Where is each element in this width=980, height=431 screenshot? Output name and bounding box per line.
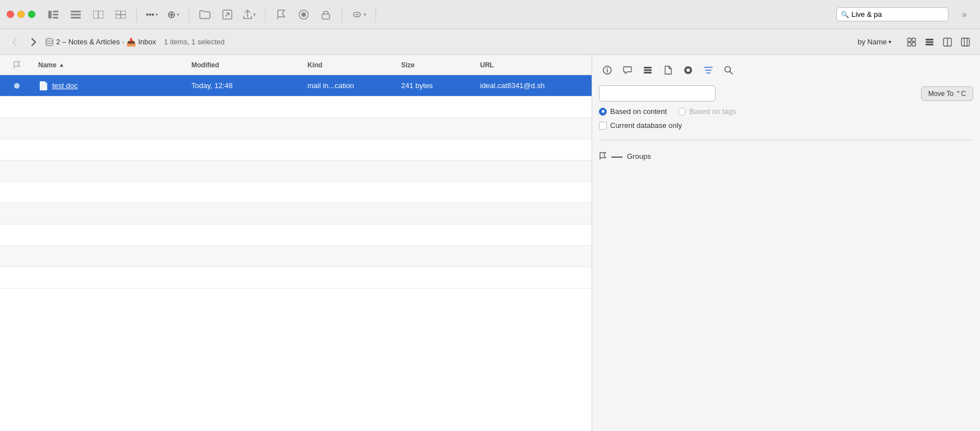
col-modified-label: Modified xyxy=(191,61,219,69)
column-headers: Name ▲ Modified Kind Size URL xyxy=(0,55,592,75)
circle-button[interactable] xyxy=(680,62,697,79)
split-view-button[interactable] xyxy=(940,34,955,50)
separator-5 xyxy=(375,7,376,22)
add-icon: ⊕ xyxy=(167,8,176,21)
svg-rect-32 xyxy=(644,67,652,68)
col-size-label: Size xyxy=(401,61,415,69)
file-list: 📄 test doc Today, 12:48 mail in...cation… xyxy=(0,75,592,431)
svg-rect-2 xyxy=(53,13,58,15)
row-size: 241 bytes xyxy=(397,81,476,90)
file-pane: Name ▲ Modified Kind Size URL xyxy=(0,55,592,431)
share-chevron-icon: ▾ xyxy=(253,12,256,17)
minimize-button[interactable] xyxy=(17,11,25,18)
empty-row xyxy=(0,161,592,182)
breadcrumb-inbox[interactable]: 📥 Inbox xyxy=(126,38,156,47)
info-button[interactable] xyxy=(599,62,616,79)
file-row[interactable]: 📄 test doc Today, 12:48 mail in...cation… xyxy=(0,75,592,97)
svg-point-36 xyxy=(686,68,690,72)
search-input[interactable] xyxy=(599,85,716,102)
col-header-kind[interactable]: Kind xyxy=(303,61,397,69)
filter-lines-button[interactable] xyxy=(700,62,717,79)
list-button[interactable] xyxy=(639,62,656,79)
svg-rect-0 xyxy=(48,11,52,19)
svg-rect-22 xyxy=(926,41,933,43)
unread-indicator xyxy=(14,83,20,89)
search-button[interactable] xyxy=(720,62,737,79)
search-panel: 🔍 Move To ⌃C Based on content Based on t… xyxy=(599,85,973,424)
traffic-lights xyxy=(7,11,35,18)
separator-4 xyxy=(342,7,342,22)
current-db-only-checkbox[interactable]: Current database only xyxy=(599,121,973,130)
sort-label: by Name xyxy=(858,38,887,46)
folder-button[interactable] xyxy=(196,6,214,24)
move-to-button[interactable]: Move To ⌃C xyxy=(921,86,973,101)
col-name-label: Name xyxy=(38,61,57,69)
sidebar-toggle-button[interactable] xyxy=(44,6,62,24)
flag-button[interactable] xyxy=(272,6,290,24)
database-name: 2 – Notes & Articles xyxy=(56,38,120,46)
sort-button[interactable]: by Name ▾ xyxy=(853,36,896,48)
empty-row xyxy=(0,224,592,246)
col-header-name[interactable]: Name ▲ xyxy=(34,61,187,69)
live-search-input[interactable] xyxy=(836,7,949,21)
groups-dash-icon: — xyxy=(611,150,622,162)
database-layers-icon xyxy=(45,38,54,47)
doc-button[interactable] xyxy=(660,62,676,79)
right-panel: 🔍 Move To ⌃C Based on content Based on t… xyxy=(592,55,980,431)
breadcrumb: 2 – Notes & Articles › 📥 Inbox xyxy=(45,38,156,47)
svg-rect-17 xyxy=(908,38,911,42)
svg-rect-33 xyxy=(644,70,652,71)
add-button[interactable]: ⊕ ▾ xyxy=(165,6,182,24)
icon-view-button[interactable] xyxy=(904,34,919,50)
lock-button[interactable] xyxy=(317,6,335,24)
annotation-button[interactable] xyxy=(619,62,636,79)
view-list-button[interactable] xyxy=(67,6,85,24)
view-buttons xyxy=(904,34,973,50)
view-split-button[interactable] xyxy=(89,6,107,24)
row-kind: mail in...cation xyxy=(303,81,397,90)
row-flag xyxy=(0,83,34,89)
list-view-button[interactable] xyxy=(922,34,937,50)
svg-rect-20 xyxy=(912,43,915,46)
right-toolbar xyxy=(599,62,973,79)
titlebar: ••• ▾ ⊕ ▾ ▾ xyxy=(0,0,980,29)
expand-sidebar-button[interactable]: » xyxy=(955,6,973,24)
svg-rect-4 xyxy=(71,11,81,12)
link-out-button[interactable] xyxy=(218,6,236,24)
share-button[interactable]: ▾ xyxy=(241,6,258,24)
empty-row xyxy=(0,118,592,139)
svg-rect-26 xyxy=(961,38,969,46)
svg-rect-34 xyxy=(644,72,652,74)
maximize-button[interactable] xyxy=(28,11,35,18)
svg-rect-18 xyxy=(912,38,915,42)
svg-point-16 xyxy=(46,38,53,41)
file-icon: 📄 xyxy=(38,81,49,91)
more-button[interactable]: ••• ▾ xyxy=(144,6,161,24)
empty-row xyxy=(0,97,592,118)
svg-rect-1 xyxy=(53,11,58,12)
forward-button[interactable] xyxy=(26,34,42,50)
sort-chevron-icon: ▾ xyxy=(889,39,891,45)
radio-based-on-tags[interactable]: Based on tags xyxy=(678,107,736,116)
groups-section: — Groups xyxy=(599,150,973,162)
row-url: ideal.cat8341@d.sh xyxy=(475,81,592,90)
live-search-container: 🔍 xyxy=(383,7,949,21)
link-chevron-icon: ▾ xyxy=(364,12,367,17)
empty-row xyxy=(0,182,592,203)
close-button[interactable] xyxy=(7,11,14,18)
breadcrumb-database[interactable]: 2 – Notes & Articles xyxy=(45,38,120,47)
cover-view-button[interactable] xyxy=(958,34,973,50)
record-button[interactable] xyxy=(295,6,313,24)
view-outline-button[interactable] xyxy=(112,6,130,24)
col-header-size[interactable]: Size xyxy=(397,61,476,69)
add-chevron-icon: ▾ xyxy=(177,12,180,17)
file-name[interactable]: test doc xyxy=(52,81,78,90)
row-name-cell: 📄 test doc xyxy=(34,81,187,91)
col-url-label: URL xyxy=(480,61,494,69)
col-header-url[interactable]: URL xyxy=(475,61,592,69)
col-header-modified[interactable]: Modified xyxy=(187,61,303,69)
svg-rect-15 xyxy=(322,14,329,19)
radio-based-on-content[interactable]: Based on content xyxy=(599,107,667,116)
back-button[interactable] xyxy=(7,34,22,50)
link-button[interactable]: ▾ xyxy=(349,6,369,24)
